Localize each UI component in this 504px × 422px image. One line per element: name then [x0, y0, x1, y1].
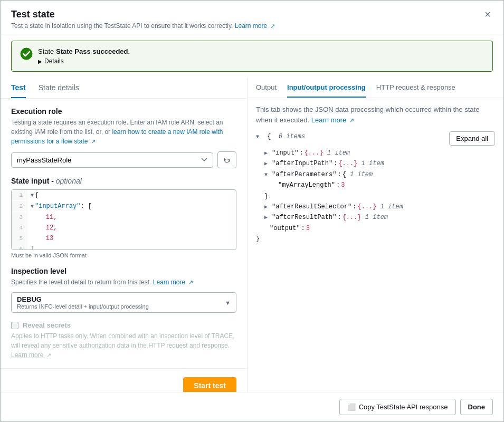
learn-more-link[interactable]: Learn more [235, 22, 275, 30]
left-footer: Start test [1, 368, 247, 392]
role-select[interactable]: myPassStateRole [11, 152, 213, 168]
debug-select-hint: Returns INFO-level detail + input/output… [17, 303, 220, 310]
state-input-label: State input - optional [11, 177, 236, 185]
code-line-4: 4 12, [12, 223, 236, 233]
tab-http-request-response[interactable]: HTTP request & response [376, 78, 455, 98]
copy-teststate-button[interactable]: ⬜ Copy TestState API response [339, 399, 456, 415]
success-banner: State State Pass succeeded. ▶ Details [11, 41, 493, 72]
tree-item-after-parameters: ▼ "afterParameters" : { 1 item [264, 169, 495, 180]
tree-item-after-input-path: ▶ "afterInputPath" : {...} 1 item [264, 158, 495, 169]
external-link-icon-3 [188, 277, 194, 283]
code-line-1: 1 ▼{ [12, 190, 236, 201]
tree-item-my-array-length: "myArrayLength" : 3 [273, 180, 495, 190]
tab-test[interactable]: Test [11, 78, 26, 98]
reveal-secrets-desc: Applies to HTTP tasks only. When combine… [11, 331, 236, 360]
done-button[interactable]: Done [460, 399, 493, 415]
external-link-icon-4 [46, 350, 52, 356]
right-panel: Output Input/output processing HTTP requ… [248, 78, 503, 392]
reveal-secrets-checkbox[interactable] [11, 322, 18, 329]
chevron-down-icon: ▼ [225, 300, 231, 306]
modal-title-area: Test state Test a state in isolation usi… [11, 9, 482, 30]
code-line-2: 2 ▼"inputArray": [ [12, 201, 236, 212]
refresh-icon [223, 156, 231, 164]
external-link-icon [270, 22, 275, 27]
right-learn-more-link[interactable]: Learn more [311, 116, 355, 124]
execution-role-desc: Testing a state requires an execution ro… [11, 118, 236, 146]
code-line-6: 6 ] [12, 244, 236, 250]
modal-footer: ⬜ Copy TestState API response Done [1, 392, 503, 421]
tree-items: ▶ "input" : {...} 1 item ▶ "afterInputPa… [256, 148, 495, 234]
reveal-secrets-section: Reveal secrets Applies to HTTP tasks onl… [11, 321, 236, 360]
tab-input-output-processing[interactable]: Input/output processing [287, 78, 366, 98]
refresh-button[interactable] [217, 151, 236, 168]
debug-select[interactable]: DEBUG Returns INFO-level detail + input/… [11, 292, 236, 313]
tree-root-arrow[interactable]: ▼ [256, 132, 261, 141]
right-description: This tab shows the JSON data processing … [256, 104, 495, 125]
json-tree: ▼ { 6 items Expand all ▶ "input" [256, 131, 495, 245]
tree-item-after-result-selector: ▶ "afterResultSelector" : {...} 1 item [264, 202, 495, 212]
inspection-learn-more-link[interactable]: Learn more [153, 279, 194, 286]
code-line-3: 3 11, [12, 212, 236, 223]
start-test-button[interactable]: Start test [183, 377, 236, 392]
tab-state-details[interactable]: State details [39, 78, 79, 98]
tree-item-after-input-arrow[interactable]: ▶ [264, 159, 270, 168]
modal-header: Test state Test a state in isolation usi… [1, 1, 503, 34]
json-hint: Must be in valid JSON format [11, 252, 236, 258]
right-content: This tab shows the JSON data processing … [248, 98, 503, 392]
modal-body: Test State details Execution role Testin… [1, 78, 503, 392]
external-link-icon-5 [349, 115, 355, 120]
copy-icon: ⬜ [347, 403, 356, 411]
external-link-icon-2 [91, 137, 96, 142]
svg-point-0 [21, 48, 32, 60]
reveal-secrets-label: Reveal secrets [23, 321, 71, 329]
details-arrow-icon: ▶ [38, 59, 42, 64]
success-icon [20, 47, 33, 60]
right-tabs: Output Input/output processing HTTP requ… [248, 78, 503, 98]
modal-title: Test state [11, 9, 482, 20]
reveal-learn-more-link[interactable]: Learn more [11, 351, 52, 359]
optional-label: optional [56, 177, 82, 185]
tree-item-after-result-path: ▶ "afterResultPath" : {...} 1 item [264, 212, 495, 223]
reveal-secrets-row: Reveal secrets [11, 321, 236, 329]
tree-item-input: ▶ "input" : {...} 1 item [264, 148, 495, 158]
tree-root-close: } [256, 234, 495, 244]
tree-item-after-parameters-close: } [264, 191, 495, 202]
execution-role-title: Execution role [11, 107, 236, 116]
inspection-level-desc: Specifies the level of detail to return … [11, 277, 236, 287]
debug-select-wrapper: DEBUG Returns INFO-level detail + input/… [11, 292, 236, 313]
tab-output[interactable]: Output [256, 78, 277, 98]
tree-item-output: "output" : 3 [264, 223, 495, 234]
left-content: Execution role Testing a state requires … [1, 99, 247, 368]
tree-item-after-result-path-arrow[interactable]: ▶ [264, 213, 270, 222]
tree-item-input-arrow[interactable]: ▶ [264, 149, 270, 158]
inspection-section: Inspection level Specifies the level of … [11, 267, 236, 313]
details-toggle[interactable]: ▶ Details [38, 57, 130, 65]
tree-item-after-parameters-arrow[interactable]: ▼ [264, 170, 270, 179]
code-line-5: 5 13 [12, 233, 236, 244]
left-tabs: Test State details [1, 78, 247, 99]
success-content: State State Pass succeeded. ▶ Details [38, 47, 130, 65]
expand-all-button[interactable]: Expand all [449, 131, 495, 146]
modal-subtitle: Test a state in isolation using the Test… [11, 22, 482, 30]
role-row: myPassStateRole [11, 151, 236, 168]
tree-item-after-result-selector-arrow[interactable]: ▶ [264, 203, 270, 212]
debug-select-value: DEBUG [17, 295, 220, 303]
inspection-level-title: Inspection level [11, 267, 236, 275]
code-editor[interactable]: 1 ▼{ 2 ▼"inputArray": [ 3 11, 4 [11, 189, 236, 250]
tree-root: ▼ { 6 items [256, 131, 305, 142]
left-panel: Test State details Execution role Testin… [1, 78, 248, 392]
tree-item-after-parameters-children: "myArrayLength" : 3 [264, 180, 495, 190]
close-button[interactable]: × [482, 9, 493, 20]
json-tree-header: ▼ { 6 items Expand all [256, 131, 495, 146]
